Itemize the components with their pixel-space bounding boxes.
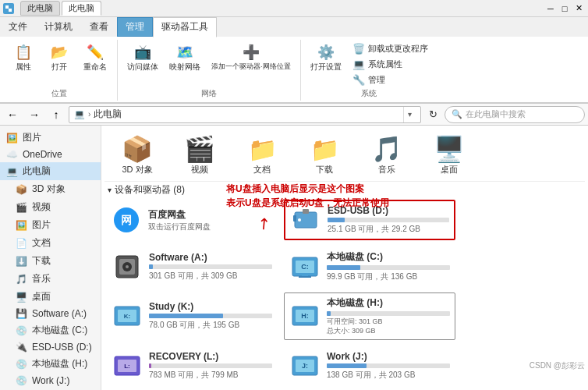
- ribbon-btn-properties[interactable]: 📋 属性: [8, 41, 39, 73]
- sidebar-item-docs[interactable]: 📄 文档: [0, 234, 101, 252]
- drive-item-study[interactable]: K: Study (K:) 78.0 GB 可用，共 195 GB: [106, 292, 278, 339]
- folder-item-desktop[interactable]: 🖥️ 桌面: [418, 130, 480, 178]
- sidebar-item-c[interactable]: 💿 本地磁盘 (C:): [0, 321, 101, 339]
- sidebar-item-desktop[interactable]: 🖥️ 桌面: [0, 288, 101, 306]
- drive-item-c[interactable]: C: 本地磁盘 (C:) 99.9 GB 可用，共 136 GB: [284, 246, 455, 286]
- c-drive-detail: 99.9 GB 可用，共 136 GB: [327, 271, 450, 282]
- esd-usb-bar: [328, 218, 345, 222]
- sidebar-item-3d-label: 3D 对象: [32, 183, 66, 196]
- h-drive-name: 本地磁盘 (H:): [327, 296, 450, 310]
- study-drive-name: Study (K:): [149, 301, 272, 312]
- ribbon-tab-computer[interactable]: 计算机: [36, 17, 81, 37]
- sidebar-item-this-pc[interactable]: 💻 此电脑: [0, 162, 101, 180]
- video-icon: 🎬: [16, 202, 27, 213]
- drive-item-esd-usb[interactable]: ESD-USB (D:) 25.1 GB 可用，共 29.2 GB: [284, 200, 455, 240]
- folder-item-3d[interactable]: 📦 3D 对象: [106, 130, 168, 178]
- sidebar-item-h-label: 本地磁盘 (H:): [32, 357, 87, 370]
- ribbon-btn-media[interactable]: 📺 访问媒体: [124, 41, 161, 73]
- svg-point-11: [126, 265, 129, 268]
- baidu-icon: 网: [111, 204, 142, 236]
- ribbon-btn-media-label: 访问媒体: [127, 62, 158, 72]
- software-detail: 301 GB 可用，共 309 GB: [149, 271, 272, 282]
- ribbon-group-network-label: 网络: [201, 88, 217, 99]
- network-section-header[interactable]: ▾ 网络位置 (1): [104, 387, 585, 390]
- forward-button[interactable]: →: [25, 106, 44, 123]
- devices-chevron-icon: ▾: [108, 186, 112, 194]
- folder-item-doc[interactable]: 📁 文档: [231, 130, 293, 178]
- software-icon: [112, 251, 143, 282]
- ribbon-btn-manage[interactable]: 🔧 管理: [349, 73, 431, 87]
- ribbon-group-location: 📋 属性 📂 打开 ✏️ 重命名 位置: [2, 40, 118, 101]
- ribbon-btn-rename[interactable]: ✏️ 重命名: [80, 41, 111, 73]
- drive-item-software[interactable]: Software (A:) 301 GB 可用，共 309 GB: [106, 246, 278, 286]
- sidebar-item-onedrive-label: OneDrive: [23, 149, 62, 160]
- study-drive-bar: [149, 314, 223, 318]
- ribbon-btn-add-drive[interactable]: ➕ 添加一个驱动器·网络位置: [208, 41, 294, 73]
- work-bar-container: [327, 363, 450, 368]
- sidebar-item-3d[interactable]: 📦 3D 对象: [0, 180, 101, 198]
- drive-item-work[interactable]: J: Work (J:) 138 GB 可用，共 203 GB: [284, 346, 455, 385]
- search-bar[interactable]: 🔍 在此电脑中搜索: [445, 106, 585, 123]
- svg-point-7: [298, 218, 301, 222]
- address-dropdown-btn[interactable]: ▾: [403, 107, 416, 122]
- ribbon-tab-file[interactable]: 文件: [0, 17, 36, 37]
- folder-item-video[interactable]: 🎬 视频: [168, 130, 231, 178]
- folder-3d-icon: 📦: [122, 133, 153, 165]
- ribbon-btn-map-network[interactable]: 🗺️ 映射网络: [166, 41, 204, 73]
- svg-text:C:: C:: [301, 263, 309, 271]
- c-drive-icon: 💿: [16, 325, 27, 336]
- sidebar-item-software[interactable]: 💾 Software (A:): [0, 306, 101, 321]
- maximize-button[interactable]: □: [558, 2, 571, 15]
- ribbon-tab-drive-tools[interactable]: 驱动器工具: [153, 17, 217, 37]
- sidebar-item-onedrive[interactable]: ☁️ OneDrive: [0, 147, 101, 162]
- up-button[interactable]: ↑: [47, 106, 66, 123]
- sidebar-item-this-pc-label: 此电脑: [23, 165, 51, 178]
- software-drive-icon: 💾: [16, 308, 27, 319]
- devices-section-header[interactable]: ▾ 设备和驱动器 (8): [104, 182, 585, 198]
- baidu-name: 百度网盘: [148, 208, 273, 222]
- baidu-drive-item[interactable]: 网 百度网盘 双击运行百度网盘: [106, 200, 278, 240]
- sidebar-item-music[interactable]: 🎵 音乐: [0, 270, 101, 288]
- ribbon-content: 📋 属性 📂 打开 ✏️ 重命名 位置: [0, 37, 588, 103]
- sidebar-item-h[interactable]: 💿 本地磁盘 (H:): [0, 355, 101, 373]
- sidebar-item-downloads-label: 下载: [32, 254, 51, 268]
- onedrive-icon: ☁️: [6, 149, 18, 160]
- sidebar-item-j[interactable]: 💿 Work (J:): [0, 373, 101, 388]
- sidebar-item-pictures[interactable]: 🖼️ 图片: [0, 129, 101, 147]
- ribbon-btn-rename-label: 重命名: [83, 62, 107, 72]
- ribbon-tab-view[interactable]: 查看: [81, 17, 117, 37]
- ribbon-btn-uninstall-label: 卸载或更改程序: [368, 43, 428, 55]
- sidebar-item-d-label: ESD-USB (D:): [32, 342, 92, 353]
- address-bar[interactable]: 💻 › 此电脑 ▾: [69, 106, 421, 123]
- ribbon-btn-settings[interactable]: ⚙️ 打开设置: [307, 41, 345, 73]
- ribbon-btn-open[interactable]: 📂 打开: [44, 41, 75, 73]
- title-bar: 此电脑 此电脑 ─ □ ✕: [0, 0, 588, 17]
- folder-item-music[interactable]: 🎵 音乐: [356, 130, 418, 178]
- esd-usb-detail: 25.1 GB 可用，共 29.2 GB: [328, 224, 449, 235]
- content-area: 📦 3D 对象 🎬 视频 📁 文档 📁 下载 🎵 音乐: [101, 126, 588, 390]
- work-icon: J:: [289, 350, 321, 381]
- ribbon-group-network: 📺 访问媒体 🗺️ 映射网络 ➕ 添加一个驱动器·网络位置 网络: [118, 40, 301, 101]
- minimize-button[interactable]: ─: [544, 2, 557, 15]
- add-drive-icon: ➕: [242, 43, 260, 62]
- close-button[interactable]: ✕: [572, 2, 585, 15]
- sidebar-item-d[interactable]: 🔌 ESD-USB (D:): [0, 339, 101, 355]
- title-tab-2[interactable]: 此电脑: [62, 1, 101, 16]
- sidebar-item-pictures-label: 图片: [23, 131, 41, 144]
- sidebar-item-downloads[interactable]: ⬇️ 下载: [0, 252, 101, 270]
- ribbon-btn-sys-props[interactable]: 💻 系统属性: [349, 57, 431, 71]
- ribbon-tab-manage[interactable]: 管理: [117, 17, 153, 37]
- sidebar-item-video[interactable]: 🎬 视频: [0, 198, 101, 216]
- study-drive-info: Study (K:) 78.0 GB 可用，共 195 GB: [149, 301, 272, 331]
- folder-item-download[interactable]: 📁 下载: [293, 130, 356, 178]
- drive-item-h[interactable]: H: 本地磁盘 (H:) 可用空间: 301 GB 总大小: 309 GB: [284, 292, 455, 339]
- title-tab-1[interactable]: 此电脑: [20, 1, 60, 16]
- h-drive-item-icon: H:: [289, 300, 321, 332]
- back-button[interactable]: ←: [3, 106, 22, 123]
- refresh-button[interactable]: ↻: [424, 106, 441, 123]
- search-placeholder: 在此电脑中搜索: [466, 108, 526, 120]
- ribbon-btn-uninstall[interactable]: 🗑️ 卸载或更改程序: [349, 41, 431, 55]
- drive-item-recovery[interactable]: L: RECOVERY (L:) 783 MB 可用，共 799 MB: [106, 346, 278, 385]
- sidebar-item-software-label: Software (A:): [32, 308, 87, 319]
- sidebar-item-pics[interactable]: 🖼️ 图片: [0, 216, 101, 234]
